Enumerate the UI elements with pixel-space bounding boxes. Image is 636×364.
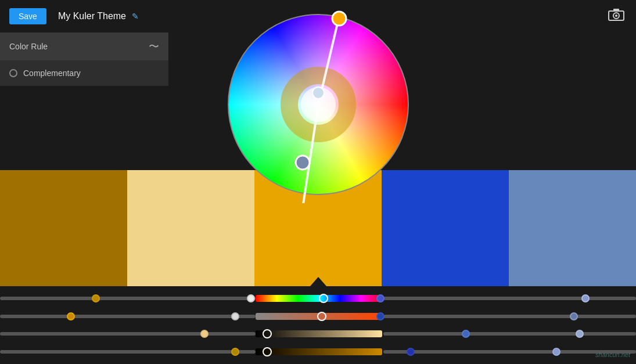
alpha-thumb-left[interactable] <box>231 348 239 356</box>
sat-thumb-left2[interactable] <box>231 312 239 320</box>
handle-middle[interactable] <box>312 87 324 99</box>
alpha-thumb-middle[interactable] <box>263 347 272 356</box>
color-wheel-container[interactable] <box>220 6 417 203</box>
color-rule-label: Color Rule <box>9 42 48 51</box>
watermark: shancun.net <box>595 349 630 359</box>
bri-thumb-left[interactable] <box>200 330 209 338</box>
alpha-thumb-right2[interactable] <box>552 348 560 356</box>
hue-thumb-right2[interactable] <box>581 294 590 302</box>
radio-circle-icon <box>9 69 17 77</box>
hue-slider-row[interactable] <box>0 291 636 306</box>
color-wheel-svg[interactable] <box>220 6 417 203</box>
color-rule-header[interactable]: Color Rule 〜 <box>0 33 168 60</box>
bri-thumb-right2[interactable] <box>576 330 584 338</box>
sat-thumb-right1[interactable] <box>376 312 385 320</box>
hue-thumb-middle[interactable] <box>319 294 328 303</box>
svg-point-3 <box>615 15 617 17</box>
complementary-label: Complementary <box>23 69 81 78</box>
save-button[interactable]: Save <box>9 8 46 24</box>
chevron-down-icon: 〜 <box>149 39 159 53</box>
handle-lower[interactable] <box>296 156 310 170</box>
bri-slider-row[interactable] <box>0 326 636 341</box>
left-panel: Color Rule 〜 Complementary <box>0 33 168 86</box>
alpha-thumb-right1[interactable] <box>407 348 415 356</box>
sat-thumb-right2[interactable] <box>570 312 578 320</box>
sat-thumb-left[interactable] <box>67 312 75 320</box>
hue-thumb-left2[interactable] <box>247 294 255 302</box>
camera-icon[interactable] <box>608 8 624 24</box>
handle-top[interactable] <box>332 12 346 26</box>
sat-slider-row[interactable] <box>0 309 636 324</box>
bri-thumb-right1[interactable] <box>462 330 470 338</box>
theme-name-text: My Kuler Theme <box>58 11 126 21</box>
sliders-area <box>0 286 636 364</box>
bri-thumb-middle[interactable] <box>263 329 272 338</box>
swatch-1[interactable] <box>0 170 127 286</box>
alpha-slider-row[interactable] <box>0 344 636 359</box>
hue-thumb-left[interactable] <box>92 294 100 302</box>
swatch-5[interactable] <box>509 170 636 286</box>
color-rule-dropdown[interactable]: Complementary <box>0 60 168 86</box>
theme-title: My Kuler Theme ✎ <box>58 11 139 21</box>
sat-thumb-middle[interactable] <box>317 312 326 321</box>
watermark-text: shancun.net <box>595 351 630 358</box>
hue-thumb-right1[interactable] <box>376 294 385 302</box>
edit-icon[interactable]: ✎ <box>132 12 139 21</box>
svg-rect-2 <box>613 9 619 12</box>
